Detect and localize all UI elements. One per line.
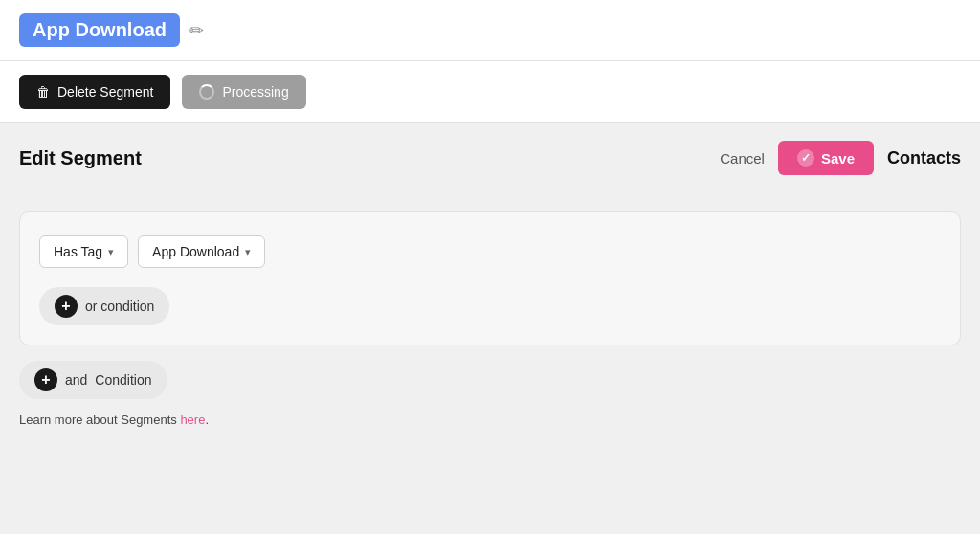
- save-check-icon: ✓: [797, 149, 814, 167]
- tag-value-dropdown[interactable]: App Download ▾: [138, 235, 265, 268]
- delete-segment-button[interactable]: 🗑 Delete Segment: [19, 75, 170, 109]
- learn-more-link[interactable]: here: [180, 412, 205, 427]
- learn-more-after: .: [205, 412, 209, 427]
- processing-button[interactable]: Processing: [182, 75, 305, 109]
- has-tag-label: Has Tag: [54, 244, 102, 259]
- or-plus-icon: +: [55, 295, 78, 318]
- save-button[interactable]: ✓ Save: [778, 141, 874, 175]
- has-tag-dropdown[interactable]: Has Tag ▾: [39, 235, 128, 268]
- and-plus-icon: +: [34, 368, 57, 391]
- or-condition-button[interactable]: + or condition: [39, 287, 169, 325]
- delete-segment-label: Delete Segment: [57, 84, 153, 100]
- page-title-badge: App Download: [19, 13, 180, 47]
- condition-suffix-label: Condition: [95, 372, 151, 388]
- tag-value-label: App Download: [152, 244, 239, 259]
- or-condition-label: or condition: [85, 299, 154, 314]
- tag-value-chevron-icon: ▾: [245, 246, 251, 258]
- learn-more-text: Learn more about Segments here.: [19, 412, 961, 427]
- processing-label: Processing: [222, 84, 288, 100]
- segment-card: Has Tag ▾ App Download ▾ + or condition: [19, 211, 961, 345]
- cancel-button[interactable]: Cancel: [720, 150, 765, 167]
- and-label: and: [65, 372, 87, 388]
- toolbar: 🗑 Delete Segment Processing: [0, 61, 980, 123]
- save-label: Save: [821, 150, 855, 167]
- contacts-label: Contacts: [887, 148, 961, 168]
- edit-title-icon[interactable]: ✏: [189, 20, 204, 41]
- learn-more-before: Learn more about Segments: [19, 412, 180, 427]
- edit-section-header: Edit Segment Cancel ✓ Save Contacts: [0, 123, 980, 192]
- and-condition-button[interactable]: + and Condition: [19, 361, 167, 399]
- header-actions: Cancel ✓ Save Contacts: [720, 141, 961, 175]
- header-bar: App Download ✏: [0, 0, 980, 61]
- processing-spinner-icon: [199, 84, 214, 100]
- has-tag-chevron-icon: ▾: [108, 246, 114, 258]
- condition-row: Has Tag ▾ App Download ▾: [39, 235, 941, 268]
- trash-icon: 🗑: [36, 84, 50, 100]
- page-wrapper: App Download ✏ 🗑 Delete Segment Processi…: [0, 0, 980, 534]
- main-content: Has Tag ▾ App Download ▾ + or condition …: [0, 192, 980, 534]
- edit-section-title: Edit Segment: [19, 147, 142, 169]
